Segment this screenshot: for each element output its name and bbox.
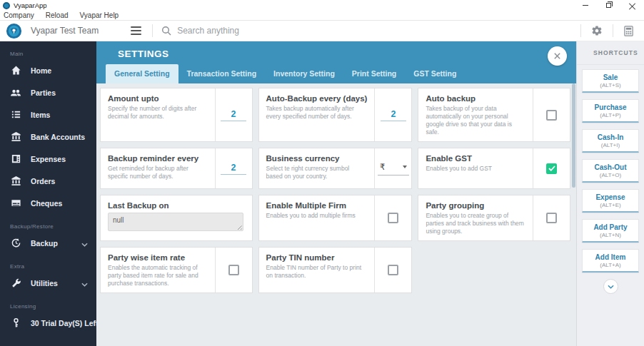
hamburger-menu-icon[interactable] <box>131 26 141 35</box>
section-label-main: Main <box>10 51 96 57</box>
shortcuts-header: SHORTCUTS <box>577 41 644 65</box>
tab-inventory-setting[interactable]: Inventory Setting <box>265 64 343 83</box>
sidebar-item-trial-days[interactable]: 30 Trial Day(S) Left. <box>0 312 96 334</box>
chevron-down-icon <box>608 285 614 289</box>
header-actions <box>570 24 644 37</box>
backup-icon <box>10 238 21 249</box>
calculator-icon[interactable] <box>623 26 634 36</box>
sidebar-item-expenses[interactable]: Expenses <box>0 148 96 170</box>
menu-reload[interactable]: Reload <box>46 11 69 19</box>
tab-general-setting[interactable]: General Setting <box>106 64 178 83</box>
minimize-button[interactable] <box>573 0 597 11</box>
setting-card-party-grouping: Party grouping Enables you to create gro… <box>418 195 570 241</box>
scrollbar[interactable] <box>572 83 575 188</box>
shortcut-expense-button[interactable]: Expense (ALT+E) <box>582 189 639 213</box>
minimize-icon <box>583 5 588 6</box>
sidebar-item-home[interactable]: Home <box>0 59 96 81</box>
tab-transaction-setting[interactable]: Transaction Setting <box>178 64 265 83</box>
company-name[interactable]: Vyapar Test Team <box>31 26 99 36</box>
setting-card-auto-backup-days: Auto-Backup every (days) Takes backup au… <box>258 88 413 142</box>
setting-card-multiple-firm: Enable Multiple Firm Enables you to add … <box>258 195 413 241</box>
section-label-licensing: Licensing <box>10 303 96 310</box>
page-title: SETTINGS <box>96 41 576 59</box>
auto-backup-checkbox[interactable] <box>546 110 557 121</box>
sidebar-item-bank-accounts[interactable]: Bank Accounts <box>0 126 96 148</box>
more-shortcuts-button[interactable] <box>603 279 618 294</box>
shortcut-add-item-button[interactable]: Add Item (ALT+A) <box>582 249 639 273</box>
app-logo-icon <box>3 2 10 9</box>
amount-upto-input[interactable]: 2 <box>221 109 246 121</box>
orders-icon <box>10 175 21 187</box>
shortcut-add-party-button[interactable]: Add Party (ALT+N) <box>582 219 639 243</box>
sidebar-item-orders[interactable]: Orders <box>0 170 96 192</box>
shortcut-purchase-button[interactable]: Purchase (ALT+P) <box>582 99 639 123</box>
check-icon <box>548 166 555 171</box>
search-input[interactable] <box>177 26 413 36</box>
shortcut-cash-out-button[interactable]: Cash-Out (ALT+O) <box>582 159 639 183</box>
settings-cards-grid: Amount upto Specify the number of digits… <box>100 88 570 293</box>
section-label-extra: Extra <box>10 263 96 270</box>
utilities-icon <box>10 278 21 289</box>
last-backup-textarea[interactable]: null <box>108 213 243 231</box>
shortcut-cash-in-button[interactable]: Cash-In (ALT+I) <box>582 129 639 153</box>
sidebar-item-items[interactable]: Items <box>0 103 96 126</box>
party-tin-checkbox[interactable] <box>388 265 398 275</box>
setting-card-enable-gst: Enable GST Enables you to add GST <box>418 148 570 189</box>
license-key-icon <box>10 317 21 329</box>
close-window-button[interactable] <box>620 0 644 11</box>
setting-card-party-wise-rate: Party wise item rate Enables the automat… <box>100 247 253 293</box>
setting-card-auto-backup: Auto backup Takes backup of your data au… <box>418 88 570 142</box>
window-controls <box>573 0 644 11</box>
enable-gst-checkbox[interactable] <box>546 163 557 174</box>
maximize-icon <box>606 3 611 8</box>
divider <box>152 24 153 37</box>
items-icon <box>10 109 21 121</box>
sidebar-item-utilities[interactable]: Utilities <box>0 272 96 294</box>
party-wise-rate-checkbox[interactable] <box>228 265 239 275</box>
parties-icon <box>10 87 21 98</box>
sidebar-item-backup[interactable]: Backup <box>0 232 96 254</box>
window-title: VyaparApp <box>14 1 47 9</box>
settings-tabs: General Setting Transaction Setting Inve… <box>106 64 465 83</box>
menu-bar: Company Reload Vyapar Help <box>0 11 644 21</box>
chevron-down-icon <box>81 277 88 290</box>
sidebar-item-parties[interactable]: Parties <box>0 81 96 103</box>
settings-panel: SETTINGS General Setting Transaction Set… <box>96 41 576 346</box>
vyapar-logo-icon <box>6 23 22 39</box>
home-icon <box>10 65 21 76</box>
chevron-down-icon <box>81 237 88 250</box>
shortcut-sale-button[interactable]: Sale (ALT+S) <box>582 69 639 93</box>
divider <box>580 24 581 37</box>
setting-card-amount-upto: Amount upto Specify the number of digits… <box>100 88 253 142</box>
close-settings-button[interactable] <box>548 46 567 66</box>
resize-grip-icon[interactable] <box>237 225 242 230</box>
backup-reminder-input[interactable]: 2 <box>221 163 246 175</box>
close-icon <box>629 2 635 9</box>
sidebar-item-cheques[interactable]: Cheques <box>0 192 96 214</box>
cheques-icon <box>10 198 21 209</box>
section-label-backup: Backup/Restore <box>10 223 96 230</box>
search-bar[interactable] <box>161 26 413 36</box>
multiple-firm-checkbox[interactable] <box>388 213 398 223</box>
setting-card-party-tin: Party TIN number Enable TIN number of Pa… <box>258 247 413 293</box>
party-grouping-checkbox[interactable] <box>546 213 557 223</box>
menu-vyapar-help[interactable]: Vyapar Help <box>80 11 119 19</box>
tab-gst-setting[interactable]: GST Setting <box>405 64 465 83</box>
menu-company[interactable]: Company <box>4 11 34 19</box>
expenses-icon <box>10 153 21 165</box>
close-icon <box>553 52 561 60</box>
tab-print-setting[interactable]: Print Setting <box>343 64 405 83</box>
auto-backup-days-input[interactable]: 2 <box>381 109 406 121</box>
maximize-button[interactable] <box>597 0 620 11</box>
shortcuts-list: Sale (ALT+S) Purchase (ALT+P) Cash-In (A… <box>577 65 644 294</box>
currency-select[interactable]: ₹ <box>378 162 409 175</box>
divider <box>613 24 613 37</box>
setting-card-last-backup: Last Backup on null <box>100 195 253 241</box>
app-header: Vyapar Test Team <box>0 21 644 41</box>
search-icon <box>161 26 171 36</box>
dropdown-arrow-icon <box>403 166 407 168</box>
setting-card-business-currency: Business currency Select te right curren… <box>258 148 413 189</box>
left-sidebar: Main Home Parties <box>0 41 96 346</box>
settings-gear-icon[interactable] <box>591 25 603 36</box>
setting-card-backup-reminder: Backup reminder every Get reminded for b… <box>100 148 253 189</box>
